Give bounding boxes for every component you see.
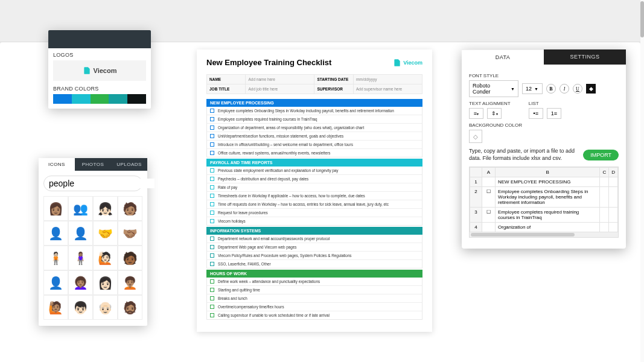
- brand-swatch[interactable]: [109, 94, 127, 104]
- brand-swatch[interactable]: [127, 94, 146, 104]
- checkbox-icon[interactable]: [210, 109, 214, 113]
- section-heading[interactable]: PAYROLL AND TIME REPORTS: [206, 159, 422, 167]
- checkbox-icon[interactable]: [210, 177, 214, 181]
- checkbox-icon[interactable]: [210, 296, 214, 300]
- checklist-row[interactable]: Viecom Policy/Rules and Procedure web pa…: [207, 252, 422, 260]
- checkbox-icon[interactable]: [210, 262, 214, 266]
- grid-col-header[interactable]: C: [600, 168, 609, 177]
- checklist-row[interactable]: Time off requests done in Workday – how …: [207, 200, 422, 209]
- section-heading[interactable]: NEW EMPLOYEE PROCESSING: [206, 99, 422, 107]
- grid-row-header[interactable]: 2: [470, 187, 482, 208]
- bold-button[interactable]: B: [546, 84, 556, 94]
- grid-cell[interactable]: Employee completes Onboarding Steps in W…: [496, 187, 600, 208]
- checklist-row[interactable]: Breaks and lunch: [207, 294, 422, 303]
- checkbox-icon[interactable]: [210, 194, 214, 198]
- icon-result[interactable]: 👧🏻: [93, 196, 118, 221]
- checkbox-icon[interactable]: [210, 313, 214, 317]
- assets-tab-uploads[interactable]: UPLOADS: [111, 158, 147, 171]
- icon-result[interactable]: 🧍🏻: [43, 246, 68, 270]
- icon-result[interactable]: 🧍🏽‍♀️: [68, 246, 93, 270]
- brand-swatch[interactable]: [72, 94, 91, 104]
- icon-result[interactable]: 🤝🏽: [118, 221, 142, 246]
- checkbox-icon[interactable]: [210, 211, 214, 215]
- grid-row-header[interactable]: 4: [470, 223, 482, 232]
- logo-preview[interactable]: Viecom: [53, 60, 146, 81]
- grid-cell[interactable]: Organization of: [496, 223, 600, 232]
- icon-result[interactable]: 👩🏽‍🦱: [68, 270, 93, 295]
- icon-result[interactable]: 👤: [68, 221, 93, 246]
- grid-cell[interactable]: NEW EMPLOYEE PROCESSING: [496, 177, 600, 187]
- bgcolor-picker[interactable]: ◇: [469, 130, 482, 143]
- font-size-select[interactable]: 12▼: [522, 83, 543, 94]
- grid-cell[interactable]: [600, 177, 609, 187]
- checkbox-icon[interactable]: [210, 185, 214, 189]
- grid-cell[interactable]: Employee completes required training cou…: [496, 208, 600, 223]
- document-preview[interactable]: New Employee Training Checklist Viecom N…: [197, 49, 432, 332]
- checklist-row[interactable]: Department Web page and Viecom web pages: [207, 243, 422, 252]
- grid-cell[interactable]: [609, 223, 618, 232]
- icon-result[interactable]: 👴🏻: [93, 295, 118, 320]
- grid-cell[interactable]: ☐: [482, 208, 496, 223]
- text-color-picker[interactable]: ◆: [586, 84, 596, 94]
- checklist-row[interactable]: Overtime/compensatory time/flex hours: [207, 303, 422, 311]
- data-grid[interactable]: ABCD1NEW EMPLOYEE PROCESSING2☐Employee c…: [469, 167, 619, 238]
- grid-col-header[interactable]: A: [482, 168, 496, 177]
- section-heading[interactable]: HOURS OF WORK: [206, 270, 422, 278]
- checklist-row[interactable]: Define work week – attendance and punctu…: [207, 278, 422, 286]
- assets-tab-photos[interactable]: PHOTOS: [75, 158, 111, 171]
- grid-cell[interactable]: [609, 187, 618, 208]
- icon-result[interactable]: 🧑🏾: [118, 246, 142, 270]
- icon-result[interactable]: 👩🏽: [43, 196, 68, 221]
- checklist-row[interactable]: Organization of department, areas of res…: [207, 124, 422, 132]
- checklist-row[interactable]: Employee completes required training cou…: [207, 115, 422, 124]
- document-meta-table[interactable]: NAME Add name here STARTING DATE mm/dd/y…: [206, 74, 422, 94]
- checkbox-icon[interactable]: [210, 279, 214, 284]
- checkbox-icon[interactable]: [210, 151, 214, 155]
- bullet-list-button[interactable]: •≡: [529, 108, 543, 119]
- checkbox-icon[interactable]: [210, 245, 214, 249]
- checkbox-icon[interactable]: [210, 168, 214, 173]
- tab-settings[interactable]: SETTINGS: [544, 49, 626, 65]
- grid-cell[interactable]: [482, 223, 496, 232]
- brand-swatch[interactable]: [91, 94, 109, 104]
- checkbox-icon[interactable]: [210, 288, 214, 292]
- checklist-row[interactable]: SSO, Laserfiche, FAMIS, Other: [207, 260, 422, 268]
- checklist-row[interactable]: Department network and email account/pas…: [207, 235, 422, 243]
- horizontal-scrollbar[interactable]: [470, 232, 618, 237]
- icon-search[interactable]: [43, 176, 142, 191]
- import-button[interactable]: IMPORT: [583, 150, 619, 160]
- checklist-row[interactable]: Calling supervisor if unable to work sch…: [207, 311, 422, 319]
- checkbox-icon[interactable]: [210, 117, 214, 121]
- italic-button[interactable]: I: [560, 84, 569, 94]
- icon-result[interactable]: 👩🏻: [93, 270, 118, 295]
- checkbox-icon[interactable]: [210, 125, 214, 130]
- checkbox-icon[interactable]: [210, 134, 214, 138]
- font-family-select[interactable]: Roboto Conder▼: [469, 80, 518, 97]
- checkbox-icon[interactable]: [210, 305, 214, 309]
- checklist-row[interactable]: Employee completes Onboarding Steps in W…: [207, 107, 422, 115]
- checklist-row[interactable]: Office culture, reward systems, annual/m…: [207, 149, 422, 157]
- checklist-row[interactable]: Paychecks – distribution and direct depo…: [207, 175, 422, 183]
- grid-cell[interactable]: [609, 208, 618, 223]
- icon-result[interactable]: 👦🏻: [68, 295, 93, 320]
- checkbox-icon[interactable]: [210, 237, 214, 241]
- grid-cell[interactable]: [482, 177, 496, 187]
- checklist-row[interactable]: Timesheets done in Workday if applicable…: [207, 192, 422, 200]
- icon-result[interactable]: 🙋🏻: [93, 246, 118, 270]
- brand-swatch[interactable]: [53, 94, 72, 104]
- grid-row-header[interactable]: 1: [470, 177, 482, 187]
- checklist-row[interactable]: Viecom holidays: [207, 217, 422, 225]
- grid-col-header[interactable]: D: [609, 168, 618, 177]
- icon-result[interactable]: 🤝: [93, 221, 118, 246]
- grid-row-header[interactable]: 3: [470, 208, 482, 223]
- icon-result[interactable]: 🧑🏽‍🦱: [118, 270, 142, 295]
- assets-tab-icons[interactable]: ICONS: [39, 158, 75, 171]
- checklist-row[interactable]: Introduce in office/unit/building – send…: [207, 141, 422, 149]
- icon-result[interactable]: 🧔🏽: [118, 295, 142, 320]
- icon-result[interactable]: 👤: [43, 221, 68, 246]
- checkbox-icon[interactable]: [210, 253, 214, 258]
- grid-cell[interactable]: [600, 208, 609, 223]
- align-vertical-button[interactable]: ⇕▾: [487, 108, 502, 119]
- checklist-row[interactable]: Previous state employment verification a…: [207, 167, 422, 175]
- search-input[interactable]: [49, 179, 155, 188]
